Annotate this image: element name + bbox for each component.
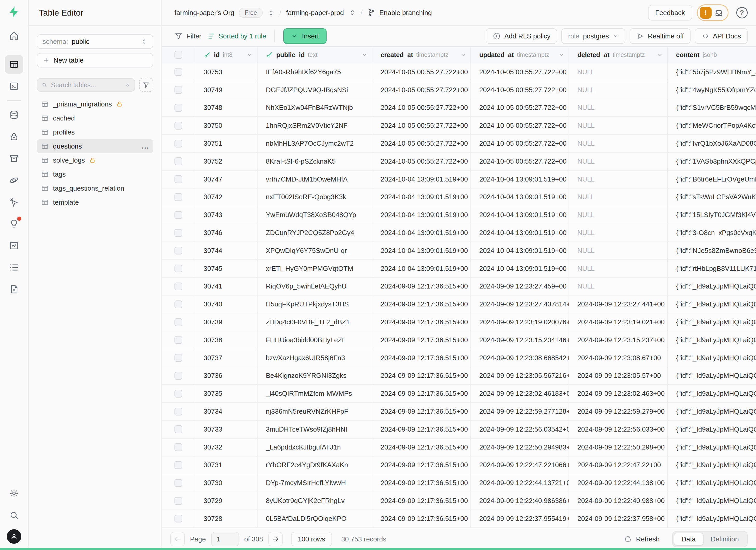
cell-updated_at[interactable]: 2024-10-04 13:09:01.519+00 bbox=[471, 206, 569, 224]
cell-deleted_at[interactable]: NULL bbox=[569, 135, 668, 152]
cell-updated_at[interactable]: 2024-10-05 00:55:27.722+00 bbox=[471, 153, 569, 170]
cell-public_id[interactable]: FHHUioa3bidd00BHyLeZt bbox=[258, 331, 372, 349]
cell-public_id[interactable]: _l40sQIRTmMZfcm-MWMPs bbox=[258, 385, 372, 402]
new-table-button[interactable]: New table bbox=[37, 53, 153, 68]
realtime-toggle-button[interactable]: Realtime off bbox=[630, 28, 690, 44]
cell-updated_at[interactable]: 2024-10-05 00:55:27.722+00 bbox=[471, 117, 569, 134]
cell-deleted_at[interactable]: 2024-09-09 12:22:59.279+00 bbox=[569, 403, 668, 420]
cell-updated_at[interactable]: 2024-09-09 12:22:37.955419+00 bbox=[471, 510, 569, 527]
cell-created_at[interactable]: 2024-10-04 13:09:01.519+00 bbox=[372, 171, 471, 188]
advisors-icon[interactable] bbox=[5, 214, 23, 233]
cell-content[interactable]: {"id":"S1vrVC5BrB59wqcM4 bbox=[668, 99, 756, 117]
cell-updated_at[interactable]: 2024-09-09 12:22:59.277128+00 bbox=[471, 403, 569, 420]
row-checkbox[interactable] bbox=[162, 278, 195, 295]
cell-updated_at[interactable]: 2024-09-09 12:23:15.234146+00 bbox=[471, 331, 569, 349]
database-icon[interactable] bbox=[5, 105, 23, 124]
org-name[interactable]: farming-paper's Org bbox=[174, 9, 234, 17]
sidebar-table-item[interactable]: template bbox=[37, 195, 153, 209]
row-checkbox[interactable] bbox=[162, 171, 195, 188]
cell-deleted_at[interactable]: 2024-09-09 12:23:08.67+00 bbox=[569, 349, 668, 367]
cell-updated_at[interactable]: 2024-09-09 12:23:27.437814+00 bbox=[471, 296, 569, 313]
cell-content[interactable]: {"id":"_Id9aLyJpMHQLaiQC bbox=[668, 296, 756, 313]
cell-content[interactable]: {"id":"_Id9aLyJpMHQLaiQC bbox=[668, 313, 756, 331]
cell-created_at[interactable]: 2024-09-09 12:17:36.515+00 bbox=[372, 421, 471, 438]
cell-deleted_at[interactable]: 2024-09-09 12:23:15.237+00 bbox=[569, 331, 668, 349]
cell-created_at[interactable]: 2024-09-09 12:17:36.515+00 bbox=[372, 278, 471, 295]
cell-content[interactable]: {"id":"_Id9aLyJpMHQLaiQC bbox=[668, 421, 756, 438]
tab-definition[interactable]: Definition bbox=[704, 533, 746, 546]
sidebar-table-item[interactable]: tags_questions_relation bbox=[37, 181, 153, 195]
cell-content[interactable]: {"id":"_Id9aLyJpMHQLaiQC bbox=[668, 349, 756, 367]
cell-deleted_at[interactable]: 2024-09-09 12:23:05.57+00 bbox=[569, 367, 668, 385]
cell-id[interactable]: 30742 bbox=[195, 189, 258, 206]
cell-id[interactable]: 30750 bbox=[195, 117, 258, 134]
cell-public_id[interactable]: xrETl_HyGY0mPMGVqtOTM bbox=[258, 260, 372, 277]
page-input[interactable] bbox=[211, 532, 239, 546]
cell-updated_at[interactable]: 2024-10-05 00:55:27.722+00 bbox=[471, 99, 569, 117]
cell-created_at[interactable]: 2024-09-09 12:17:36.515+00 bbox=[372, 313, 471, 331]
cell-deleted_at[interactable]: NULL bbox=[569, 260, 668, 277]
home-icon[interactable] bbox=[5, 26, 23, 45]
row-checkbox[interactable] bbox=[162, 331, 195, 349]
cell-created_at[interactable]: 2024-10-05 00:55:27.722+00 bbox=[372, 153, 471, 170]
cell-updated_at[interactable]: 2024-10-04 13:09:01.519+00 bbox=[471, 171, 569, 188]
cell-public_id[interactable]: RiqOV6p_5wihLeIAEQyhU bbox=[258, 278, 372, 295]
cell-content[interactable]: {"id":"rtHbLpgB8V11LUK7152 bbox=[668, 260, 756, 277]
cell-public_id[interactable]: 3muDHTceTWso9IZj8hHNI bbox=[258, 421, 372, 438]
row-checkbox[interactable] bbox=[162, 474, 195, 492]
row-checkbox[interactable] bbox=[162, 242, 195, 259]
row-checkbox[interactable] bbox=[162, 153, 195, 170]
tab-data[interactable]: Data bbox=[674, 533, 704, 546]
cell-created_at[interactable]: 2024-09-09 12:17:36.515+00 bbox=[372, 474, 471, 492]
org-switcher-icon[interactable] bbox=[267, 9, 275, 16]
cell-content[interactable]: {"id":"_Id9aLyJpMHQLaiQC bbox=[668, 439, 756, 456]
cell-public_id[interactable]: bzwXazHgax6UIR58j6Fn3 bbox=[258, 349, 372, 367]
search-icon[interactable] bbox=[5, 506, 23, 525]
settings-icon[interactable] bbox=[5, 484, 23, 503]
cell-content[interactable]: {"id":"_Id9aLyJpMHQLaiQC bbox=[668, 367, 756, 385]
cell-public_id[interactable]: nj336mN5reuRVNZrKHFpF bbox=[258, 403, 372, 420]
cell-updated_at[interactable]: 2024-09-09 12:22:40.986386+00 bbox=[471, 492, 569, 509]
cell-content[interactable]: {"id":"4wyNgK55lOfrpmYZc bbox=[668, 81, 756, 99]
search-tables-input[interactable] bbox=[51, 81, 121, 89]
cell-content[interactable]: {"id":"_Id9aLyJpMHQLaiQC bbox=[668, 385, 756, 402]
cell-id[interactable]: 30745 bbox=[195, 260, 258, 277]
row-checkbox[interactable] bbox=[162, 313, 195, 331]
cell-updated_at[interactable]: 2024-09-09 12:23:02.46183+00 bbox=[471, 385, 569, 402]
cell-created_at[interactable]: 2024-09-09 12:17:36.515+00 bbox=[372, 457, 471, 474]
cell-deleted_at[interactable]: NULL bbox=[569, 63, 668, 81]
sidebar-table-item[interactable]: profiles bbox=[37, 125, 153, 139]
cell-public_id[interactable]: H5uqFKpRUTPkjxdysT3HS bbox=[258, 296, 372, 313]
search-tables-box[interactable] bbox=[37, 78, 135, 92]
cell-id[interactable]: 30749 bbox=[195, 81, 258, 99]
column-menu-icon[interactable] bbox=[247, 52, 253, 58]
cell-created_at[interactable]: 2024-09-09 12:17:36.515+00 bbox=[372, 367, 471, 385]
cell-deleted_at[interactable]: 2024-09-09 12:22:56.033+00 bbox=[569, 421, 668, 438]
cell-id[interactable]: 30730 bbox=[195, 474, 258, 492]
cell-updated_at[interactable]: 2024-10-04 13:09:01.519+00 bbox=[471, 189, 569, 206]
row-checkbox[interactable] bbox=[162, 135, 195, 152]
cell-public_id[interactable]: IEfA0sRh9hIXf62Y6ga75 bbox=[258, 63, 372, 81]
cell-updated_at[interactable]: 2024-09-09 12:22:56.03542+00 bbox=[471, 421, 569, 438]
sidebar-table-item[interactable]: _prisma_migrations bbox=[37, 97, 153, 111]
logs-icon[interactable] bbox=[5, 258, 23, 277]
row-checkbox[interactable] bbox=[162, 260, 195, 277]
cell-content[interactable]: {"id":"NJe5s8ZmBwnoB6e3s bbox=[668, 242, 756, 259]
cell-id[interactable]: 30741 bbox=[195, 278, 258, 295]
cell-deleted_at[interactable]: 2024-09-09 12:22:50.298+00 bbox=[569, 439, 668, 456]
cell-public_id[interactable]: nxFT002ISeRE-Qobg3K3k bbox=[258, 189, 372, 206]
project-switcher-icon[interactable] bbox=[349, 9, 356, 16]
cell-public_id[interactable]: rYbORF2e4YgDt9fKAXaKn bbox=[258, 457, 372, 474]
next-page-button[interactable] bbox=[268, 532, 283, 546]
cell-id[interactable]: 30746 bbox=[195, 224, 258, 242]
sidebar-table-item[interactable]: tags bbox=[37, 167, 153, 181]
cell-deleted_at[interactable]: 2024-09-09 12:22:40.988+00 bbox=[569, 492, 668, 509]
cell-updated_at[interactable]: 2024-09-09 12:23:19.020076+00 bbox=[471, 313, 569, 331]
cell-created_at[interactable]: 2024-10-05 00:55:27.722+00 bbox=[372, 117, 471, 134]
column-header-public_id[interactable]: public_idtext bbox=[258, 47, 372, 63]
cell-id[interactable]: 30740 bbox=[195, 296, 258, 313]
cell-updated_at[interactable]: 2024-10-04 13:09:01.519+00 bbox=[471, 260, 569, 277]
cell-id[interactable]: 30734 bbox=[195, 403, 258, 420]
cell-public_id[interactable]: YwEmuWdqT38XoSB048QYp bbox=[258, 206, 372, 224]
cell-created_at[interactable]: 2024-10-04 13:09:01.519+00 bbox=[372, 242, 471, 259]
